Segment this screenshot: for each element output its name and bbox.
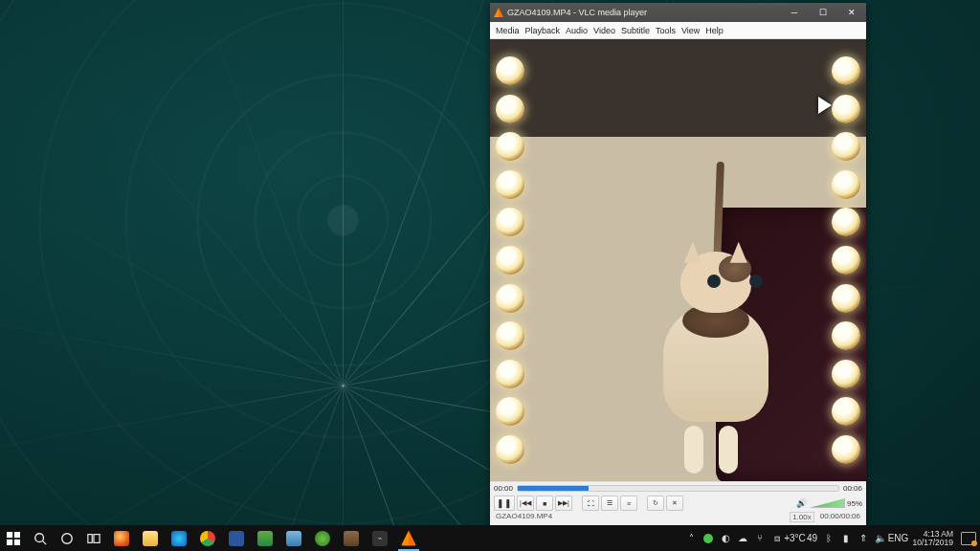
menu-tools[interactable]: Tools — [656, 26, 676, 35]
volume-slider[interactable] — [809, 498, 845, 508]
taskbar-app-firefox[interactable] — [107, 525, 136, 551]
tray-language[interactable]: ENG — [891, 532, 904, 545]
pause-button[interactable]: ❚❚ — [494, 496, 515, 511]
volume-percent: 95% — [847, 499, 862, 508]
menu-help[interactable]: Help — [705, 26, 724, 35]
tray-dropbox-icon[interactable]: ⧈ — [770, 532, 784, 545]
vlc-cone-icon — [494, 8, 503, 17]
video-frame — [490, 39, 866, 481]
mute-button[interactable]: 🔊 — [796, 498, 807, 508]
tray-volume-icon[interactable]: 🔈 — [874, 532, 887, 545]
svg-rect-3 — [14, 539, 20, 544]
tray-wifi-icon[interactable]: ⇑ — [857, 532, 870, 545]
tray-show-hidden-icons[interactable]: ˄ — [684, 532, 698, 545]
task-view-button[interactable] — [80, 525, 107, 551]
svg-rect-7 — [88, 534, 92, 542]
vlc-window: GZAO4109.MP4 - VLC media player ─ ☐ ✕ Me… — [490, 3, 866, 525]
menu-view[interactable]: View — [681, 26, 700, 35]
menu-subtitle[interactable]: Subtitle — [621, 26, 650, 35]
time-total: 00:06 — [843, 484, 862, 493]
taskbar-date: 10/17/2019 — [912, 539, 953, 547]
vlc-video-area[interactable] — [490, 39, 866, 481]
tray-text-49[interactable]: 49 — [805, 532, 818, 545]
tray-onedrive-icon[interactable]: ☁ — [736, 532, 749, 545]
shuffle-button[interactable]: ✕ — [666, 496, 683, 511]
overlay-play-icon — [818, 97, 832, 114]
tray-moon-icon[interactable]: ◐ — [719, 532, 732, 545]
status-filename: GZAO4109.MP4 — [496, 512, 784, 522]
taskbar-app-vlc[interactable] — [394, 525, 423, 551]
vlc-menubar: Media Playback Audio Video Subtitle Tool… — [490, 22, 866, 39]
stop-button[interactable]: ■ — [536, 496, 553, 511]
tray-weather-temp[interactable]: +3°C — [788, 532, 801, 545]
tray-usb-icon[interactable]: ⑂ — [753, 532, 767, 545]
fullscreen-button[interactable]: ⛶ — [582, 496, 599, 511]
menu-video[interactable]: Video — [593, 26, 615, 35]
svg-line-5 — [43, 540, 47, 544]
taskbar-app-unknown-4[interactable]: ⌁ — [366, 525, 394, 551]
taskbar-app-chrome[interactable] — [193, 525, 222, 551]
extended-settings-button[interactable]: ☰ — [601, 496, 618, 511]
maximize-button[interactable]: ☐ — [809, 3, 837, 22]
status-time: 00:00/00:06 — [820, 512, 860, 522]
time-elapsed: 00:00 — [494, 484, 513, 493]
menu-playback[interactable]: Playback — [525, 26, 561, 35]
windows-taskbar: ⌁ ˄ ◐ ☁ ⑂ ⧈ +3°C 49 ᛒ ▮ ⇑ 🔈 ENG 4:13 AM … — [0, 525, 980, 551]
taskbar-clock[interactable]: 4:13 AM 10/17/2019 — [908, 530, 957, 547]
start-button[interactable] — [0, 525, 27, 551]
taskbar-app-file-explorer[interactable] — [136, 525, 165, 551]
taskbar-app-edge[interactable] — [165, 525, 193, 551]
taskbar-app-word[interactable] — [222, 525, 251, 551]
tray-bluetooth-icon[interactable]: ᛒ — [822, 532, 835, 545]
playlist-button[interactable]: ≡ — [620, 496, 637, 511]
close-button[interactable]: ✕ — [837, 3, 866, 22]
status-speed[interactable]: 1.00x — [790, 512, 814, 522]
taskbar-app-unknown-1[interactable] — [251, 525, 279, 551]
seek-slider[interactable] — [517, 485, 839, 492]
action-center-button[interactable] — [961, 532, 976, 545]
menu-audio[interactable]: Audio — [566, 26, 588, 35]
taskbar-app-unknown-3[interactable] — [337, 525, 366, 551]
svg-rect-0 — [7, 532, 12, 538]
svg-point-4 — [35, 533, 44, 541]
tray-status-green-icon[interactable] — [702, 532, 715, 545]
vlc-controls: 00:00 00:06 ❚❚ |◀◀ ■ ▶▶| ⛶ ☰ ≡ ↻ ✕ 🔊 95%… — [490, 481, 866, 525]
loop-button[interactable]: ↻ — [647, 496, 664, 511]
svg-rect-1 — [14, 532, 20, 538]
svg-rect-2 — [7, 539, 12, 544]
vlc-window-title: GZAO4109.MP4 - VLC media player — [507, 8, 780, 17]
taskbar-app-unknown-2[interactable] — [279, 525, 308, 551]
menu-media[interactable]: Media — [496, 26, 520, 35]
svg-point-6 — [62, 533, 73, 543]
search-button[interactable] — [27, 525, 54, 551]
taskbar-app-security[interactable] — [308, 525, 337, 551]
next-button[interactable]: ▶▶| — [555, 496, 572, 511]
minimize-button[interactable]: ─ — [780, 3, 809, 22]
previous-button[interactable]: |◀◀ — [517, 496, 534, 511]
vlc-titlebar[interactable]: GZAO4109.MP4 - VLC media player ─ ☐ ✕ — [490, 3, 866, 22]
cortana-button[interactable] — [54, 525, 80, 551]
svg-rect-8 — [94, 534, 100, 542]
tray-battery-icon[interactable]: ▮ — [839, 532, 853, 545]
